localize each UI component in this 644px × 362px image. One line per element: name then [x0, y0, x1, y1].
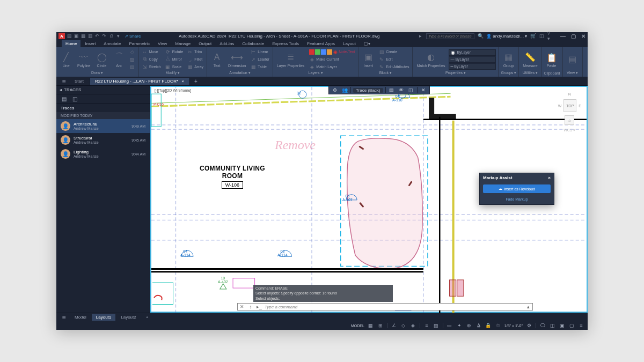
ann-dim-button[interactable]: ⟷Dimension	[226, 51, 247, 68]
grid-icon[interactable]: ▦	[368, 322, 374, 329]
maximize-button[interactable]: ▢	[571, 33, 576, 39]
layout-add-button[interactable]: +	[142, 314, 153, 321]
trace-settings-icon[interactable]: ⚙	[331, 86, 339, 94]
trace-toggle[interactable]: Trace (Back)	[353, 88, 383, 93]
cmd-history-icon[interactable]: ↕	[247, 304, 254, 310]
modify-move[interactable]: ↔Move	[141, 48, 162, 55]
layout-tab-layout1[interactable]: Layout1	[92, 314, 115, 321]
scale-display[interactable]: 1/8" = 1'-0"	[504, 324, 523, 328]
space-toggle[interactable]: MODEL	[351, 324, 364, 328]
modify-rotate[interactable]: ⟳Rotate	[164, 48, 185, 55]
command-line[interactable]: ✕ ↕ ▸_ Type a command ▴	[237, 303, 533, 311]
draw-arc-button[interactable]: ⌒Arc	[112, 51, 127, 68]
layout-tab-layout2[interactable]: Layout2	[116, 314, 140, 321]
file-tab-active[interactable]: R22 LTU Housing - ...LAN - FIRST FLOOR*×	[90, 78, 190, 85]
dynamic-icon[interactable]: ⊕	[466, 322, 472, 329]
layout-menu-icon[interactable]: ≡	[58, 314, 69, 321]
apps-icon[interactable]: ◫	[539, 33, 544, 39]
draw-extra1[interactable]: ◇	[129, 48, 136, 55]
modify-stretch[interactable]: ⇲Stretch	[141, 63, 162, 70]
ann-table[interactable]: ▦Table	[250, 63, 270, 70]
monitor-icon[interactable]: 🖵	[539, 322, 546, 329]
minimize-button[interactable]: —	[560, 33, 566, 39]
ribbon-tab-layout[interactable]: Layout	[339, 40, 360, 47]
workspace-icon[interactable]: ⚙	[526, 322, 532, 329]
user-menu[interactable]: 👤 andy.manze@... ▾	[486, 34, 527, 39]
ann-text-button[interactable]: AText	[209, 51, 224, 68]
ann-linear[interactable]: ⊢Linear	[250, 48, 270, 55]
customize-icon[interactable]: ≡	[578, 322, 584, 329]
qat-open-icon[interactable]: ▣	[74, 33, 79, 39]
viewcube-top[interactable]: TOP	[564, 99, 576, 112]
match-props-button[interactable]: ◐Match Properties	[415, 51, 447, 68]
trace-people-icon[interactable]: 👥	[341, 86, 348, 94]
trace-item-architectural[interactable]: 👤 ArchitecturalAndrew Manze 9:49 AM	[56, 119, 150, 133]
modify-trim[interactable]: ✂Trim	[186, 48, 204, 55]
trace-item-lighting[interactable]: 👤 LightingAndrew Manze 9:44 AM	[56, 147, 150, 161]
draw-polyline-button[interactable]: 〰Polyline	[76, 51, 92, 68]
qat-save-icon[interactable]: ▦	[80, 33, 86, 39]
view-button[interactable]: ▤	[565, 53, 580, 66]
ribbon-tab-manage[interactable]: Manage	[171, 40, 194, 47]
new-tab-button[interactable]: +	[190, 77, 202, 85]
viewcube[interactable]: N W TOP E ⌂ WCS ▾	[558, 92, 581, 132]
modify-scale[interactable]: ▣Scale	[164, 63, 185, 70]
modify-fillet[interactable]: ◞Fillet	[186, 56, 204, 63]
lineweight-icon[interactable]: ≡	[423, 322, 430, 329]
prop-lw-dd[interactable]: ═ByLayer	[449, 63, 496, 70]
drawing-canvas[interactable]: P-016	[150, 86, 588, 313]
layer-props-button[interactable]: ≣Layer Properties	[275, 51, 306, 68]
block-insert-button[interactable]: ▣Insert	[361, 51, 376, 68]
ribbon-tab-insert[interactable]: Insert	[81, 40, 99, 47]
trace-visibility-icon[interactable]: 👁	[398, 86, 405, 94]
nav-home-icon[interactable]: ⌂	[565, 115, 574, 125]
qat-undo-icon[interactable]: ↶	[94, 33, 100, 39]
gizmo-icon[interactable]: ✦	[456, 322, 463, 329]
file-tab-start[interactable]: Start	[69, 78, 90, 85]
block-create[interactable]: ▤Create	[378, 48, 410, 55]
file-tab-menu-icon[interactable]: ≡	[58, 78, 69, 85]
ribbon-tab-annotate[interactable]: Annotate	[100, 40, 125, 47]
polar-icon[interactable]: ∠	[391, 322, 397, 329]
draw-circle-button[interactable]: ◯Circle	[94, 51, 109, 68]
tab-close-icon[interactable]: ×	[181, 79, 184, 84]
prop-color-dd[interactable]: ◉ByLayer	[449, 49, 496, 56]
layer-make[interactable]: ◈Make Current	[308, 56, 356, 63]
insert-revcloud-button[interactable]: ☁Insert as Revcloud	[483, 184, 551, 193]
wcs-label[interactable]: WCS ▾	[564, 128, 575, 132]
selection-icon[interactable]: ▭	[447, 322, 453, 329]
help-icon[interactable]: ? ▾	[547, 33, 553, 39]
lock-icon[interactable]: 🔒	[485, 322, 492, 329]
app-logo-icon[interactable]: A	[58, 33, 65, 39]
qat-print-icon[interactable]: ⎙	[108, 33, 114, 39]
ribbon-tab-view[interactable]: View	[154, 40, 171, 47]
osnap-icon[interactable]: ◇	[400, 322, 407, 329]
fade-markup-link[interactable]: Fade Markup	[480, 195, 554, 204]
annoscale-icon[interactable]: ♲	[495, 322, 501, 329]
qat-dd-icon[interactable]: ▾	[115, 33, 121, 39]
otrack-icon[interactable]: ◈	[410, 322, 416, 329]
close-button[interactable]: ✕	[581, 33, 586, 39]
modify-array[interactable]: ▦Array	[186, 63, 204, 70]
ribbon-tab-featured[interactable]: Featured Apps	[303, 40, 339, 47]
signin-icon[interactable]: 🔍	[478, 33, 483, 39]
traces-new-icon[interactable]: ▤	[61, 96, 67, 102]
command-input[interactable]: Type a command	[265, 305, 523, 309]
cleanscreen-icon[interactable]: ▢	[568, 322, 575, 329]
trace-layers-icon[interactable]: ▤	[388, 86, 396, 94]
trace-close-icon[interactable]: ✕	[420, 86, 427, 94]
ribbon-tab-output[interactable]: Output	[195, 40, 215, 47]
qat-saveas-icon[interactable]: ▥	[87, 33, 93, 39]
qat-new-icon[interactable]: ▤	[67, 33, 72, 39]
modify-mirror[interactable]: ⧊Mirror	[164, 56, 185, 63]
measure-button[interactable]: 📏Measure	[521, 51, 539, 68]
share-button[interactable]: ↗ Share	[125, 34, 141, 39]
paste-button[interactable]: 📋Paste	[544, 51, 559, 68]
trace-markup-icon[interactable]: ◫	[407, 86, 415, 94]
prop-line-dd[interactable]: —ByLayer	[449, 56, 496, 63]
ribbon-tab-addins[interactable]: Add-ins	[216, 40, 238, 47]
draw-extra2[interactable]: ▨	[129, 56, 136, 63]
snap-icon[interactable]: ⊞	[377, 322, 384, 329]
cart-icon[interactable]: 🛒	[530, 33, 536, 39]
block-editattr[interactable]: ✎Edit Attributes	[378, 63, 410, 70]
